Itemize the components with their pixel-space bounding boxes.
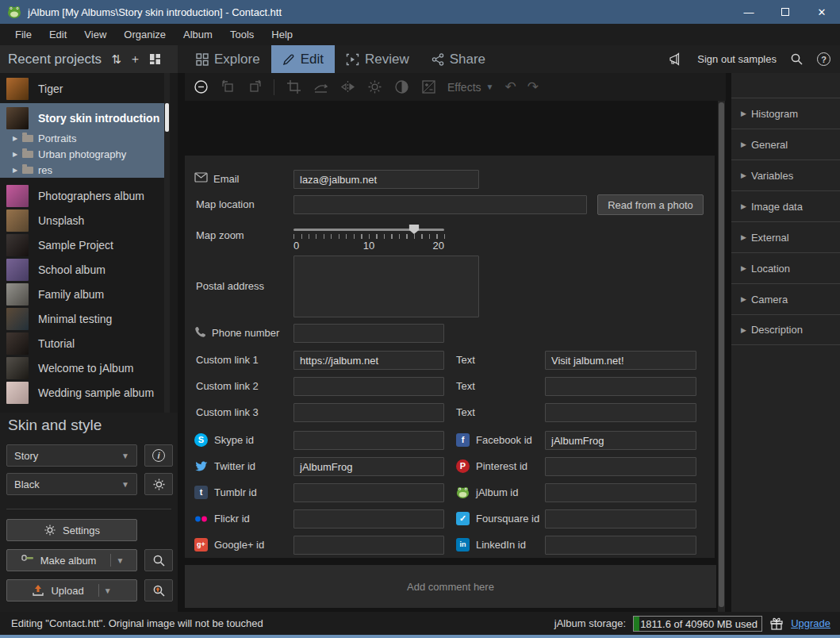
straighten-icon[interactable]: [313, 79, 328, 95]
menu-organize[interactable]: Organize: [115, 24, 175, 45]
search-icon[interactable]: [790, 52, 804, 66]
expand-arrow-icon[interactable]: ▶: [13, 151, 22, 158]
read-from-photo-button[interactable]: Read from a photo: [597, 194, 704, 215]
flickr-id-field[interactable]: [293, 509, 444, 528]
jalbum-id-field[interactable]: [545, 483, 696, 502]
minimize-button[interactable]: —: [731, 0, 767, 24]
announcements-megaphone-icon[interactable]: [669, 52, 684, 66]
menu-help[interactable]: Help: [263, 24, 301, 45]
subfolder-res[interactable]: ▶ res: [0, 162, 168, 178]
sort-projects-icon[interactable]: ⇅: [111, 52, 121, 67]
custom-link-3-text-field[interactable]: [545, 403, 696, 422]
facebook-id-field[interactable]: [545, 431, 696, 450]
add-project-icon[interactable]: ＋: [129, 52, 141, 67]
redo-icon[interactable]: ↷: [527, 79, 539, 95]
tab-explore[interactable]: Explore: [185, 45, 271, 73]
project-item-tiger[interactable]: Tiger: [0, 76, 162, 101]
map-zoom-thumb[interactable]: [409, 225, 420, 234]
project-item-tutorial[interactable]: Tutorial: [0, 331, 162, 356]
map-zoom-slider[interactable]: 0 10 20: [293, 224, 444, 251]
project-item-minimal-testing[interactable]: Minimal testing: [0, 306, 162, 331]
project-item-unsplash[interactable]: Unsplash: [0, 208, 162, 233]
menu-album[interactable]: Album: [175, 24, 221, 45]
expand-arrow-icon[interactable]: ▶: [13, 135, 22, 142]
style-select[interactable]: Black ▼: [6, 473, 137, 495]
preview-uploaded-button[interactable]: [144, 579, 173, 601]
panel-section-external[interactable]: ▶ External: [731, 221, 840, 252]
effects-dropdown[interactable]: Effects ▼: [447, 81, 493, 94]
panel-section-histogram[interactable]: ▶ Histogram: [731, 98, 840, 129]
project-item-welcome-to-jalbum[interactable]: Welcome to jAlbum: [0, 356, 162, 380]
foursquare-id-label: Foursquare id: [476, 513, 539, 525]
main-scrollbar[interactable]: [718, 101, 725, 612]
panel-section-image-data[interactable]: ▶ Image data: [731, 190, 840, 221]
tab-edit[interactable]: Edit: [271, 45, 335, 73]
upload-button[interactable]: Upload ▼: [6, 579, 137, 601]
foursquare-id-field[interactable]: [545, 509, 696, 528]
tab-share[interactable]: Share: [420, 45, 497, 73]
sign-out-link[interactable]: Sign out samples: [697, 53, 777, 65]
tumblr-id-field[interactable]: [293, 483, 444, 502]
upgrade-link[interactable]: Upgrade: [791, 617, 830, 629]
gift-icon[interactable]: [769, 617, 784, 631]
project-item-family-album[interactable]: Family album: [0, 282, 162, 306]
brightness-icon[interactable]: [366, 79, 382, 95]
twitter-id-field[interactable]: [293, 457, 444, 476]
maximize-button[interactable]: [767, 0, 804, 24]
subfolder-portraits[interactable]: ▶ Portraits: [0, 130, 168, 146]
project-item-school-album[interactable]: School album: [0, 257, 162, 282]
chevron-down-icon[interactable]: ▼: [104, 586, 112, 595]
undo-icon[interactable]: ↶: [504, 79, 516, 95]
rotate-right-icon[interactable]: [247, 79, 263, 95]
skin-select[interactable]: Story ▼: [6, 444, 137, 467]
preview-album-button[interactable]: [144, 549, 173, 571]
custom-link-2-text-field[interactable]: [545, 377, 696, 396]
project-item-sample-project[interactable]: Sample Project: [0, 233, 162, 257]
crop-icon[interactable]: [286, 79, 301, 95]
chevron-down-icon[interactable]: ▼: [116, 556, 124, 565]
project-list-scrollbar[interactable]: [164, 73, 170, 413]
custom-link-2-url-field[interactable]: [293, 377, 444, 396]
panel-section-location[interactable]: ▶ Location: [731, 252, 840, 283]
levels-icon[interactable]: [420, 79, 436, 95]
menu-edit[interactable]: Edit: [40, 24, 75, 45]
custom-link-3-url-field[interactable]: [293, 403, 444, 422]
skype-id-field[interactable]: [293, 431, 444, 450]
settings-button[interactable]: Settings: [6, 519, 137, 541]
comment-input[interactable]: [185, 565, 716, 608]
menu-file[interactable]: File: [6, 24, 40, 45]
custom-link-1-text-field[interactable]: [545, 351, 696, 370]
menu-view[interactable]: View: [75, 24, 115, 45]
help-icon[interactable]: ?: [817, 52, 830, 66]
flip-icon[interactable]: [339, 79, 355, 95]
map-location-field[interactable]: [293, 195, 587, 214]
project-item-wedding-sample-album[interactable]: Wedding sample album: [0, 380, 162, 405]
expand-arrow-icon[interactable]: ▶: [13, 167, 22, 174]
skin-settings-button[interactable]: [144, 473, 173, 495]
rotate-left-icon[interactable]: [220, 79, 236, 95]
menu-tools[interactable]: Tools: [221, 24, 263, 45]
project-view-grid-icon[interactable]: [149, 53, 161, 65]
email-field[interactable]: [293, 170, 479, 189]
zoom-out-icon[interactable]: [193, 79, 209, 95]
close-button[interactable]: ✕: [804, 0, 840, 24]
expand-arrow-icon: ▶: [741, 202, 746, 210]
linkedin-id-field[interactable]: [545, 536, 696, 555]
skin-info-button[interactable]: i: [144, 444, 173, 467]
panel-section-general[interactable]: ▶ General: [731, 129, 840, 160]
panel-section-variables[interactable]: ▶ Variables: [731, 160, 840, 190]
panel-section-camera[interactable]: ▶ Camera: [731, 283, 840, 314]
pinterest-id-field[interactable]: [545, 457, 696, 476]
make-album-button[interactable]: Make album ▼: [6, 549, 137, 571]
project-item-photographers-album[interactable]: Photographers album: [0, 183, 162, 208]
phone-field[interactable]: [293, 324, 444, 343]
custom-link-1-url-field[interactable]: [293, 351, 444, 370]
project-item-story-skin-introduction[interactable]: Story skin introduction ▶ Portraits ▶ Ur…: [0, 103, 168, 178]
postal-address-field[interactable]: [293, 256, 479, 317]
tab-review[interactable]: Review: [335, 45, 420, 73]
custom-link-1-text-label: Text: [456, 354, 475, 366]
subfolder-urban-photography[interactable]: ▶ Urban photography: [0, 146, 168, 162]
panel-section-description[interactable]: ▶ Description: [731, 314, 840, 345]
googleplus-id-field[interactable]: [293, 536, 444, 555]
contrast-icon[interactable]: [393, 79, 409, 95]
